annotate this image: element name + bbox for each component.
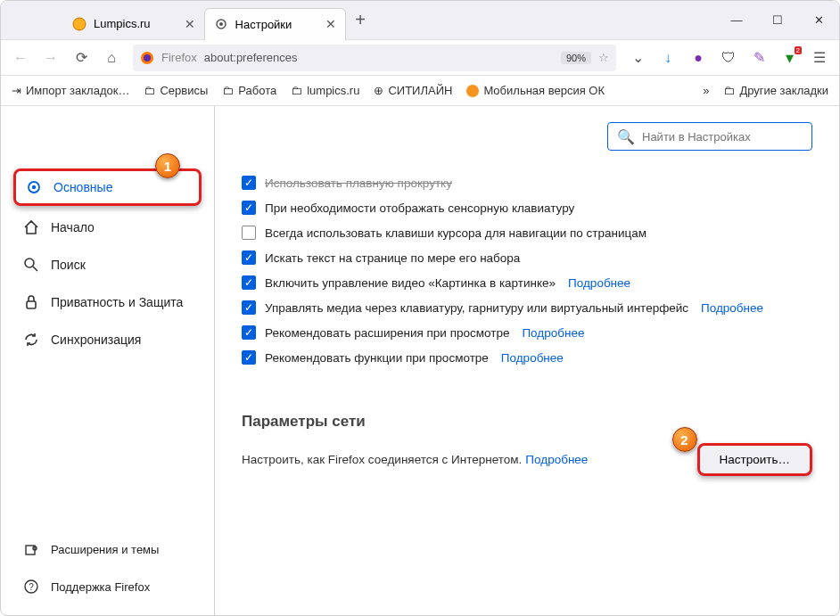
browsing-options: Использовать плавную прокрутку При необх… <box>242 176 812 365</box>
bm-other[interactable]: 🗀 Другие закладки <box>723 84 828 97</box>
svg-point-7 <box>25 259 34 267</box>
checkbox-icon[interactable] <box>242 176 256 190</box>
identity-label: Firefox <box>161 51 197 64</box>
search-icon <box>22 256 40 274</box>
svg-point-2 <box>219 22 223 26</box>
help-icon: ? <box>22 578 40 595</box>
close-icon[interactable]: ✕ <box>325 17 336 31</box>
svg-point-4 <box>144 54 151 62</box>
import-bookmarks[interactable]: ⇥ Импорт закладок… <box>12 84 129 97</box>
close-icon[interactable]: ✕ <box>185 17 195 31</box>
window-controls: ― ☐ ✕ <box>716 1 839 40</box>
checkbox-icon[interactable] <box>242 350 256 365</box>
maximize-button[interactable]: ☐ <box>757 1 798 40</box>
bm-folder[interactable]: 🗀 Сервисы <box>144 84 208 97</box>
bm-item[interactable]: ⊕ СИТИЛАЙН <box>374 84 452 97</box>
settings-search[interactable]: 🔍 <box>607 122 812 151</box>
url-bar[interactable]: Firefox about:preferences 90% ☆ <box>133 45 616 71</box>
close-window-button[interactable]: ✕ <box>798 1 839 40</box>
home-icon[interactable]: ⌂ <box>103 50 120 66</box>
sidebar-item-label: Начало <box>51 220 95 234</box>
sidebar-support[interactable]: ? Поддержка Firefox <box>13 571 202 603</box>
learn-more-link[interactable]: Подробнее <box>522 326 584 340</box>
bm-folder[interactable]: 🗀 Работа <box>222 84 276 97</box>
tab-label: Lumpics.ru <box>94 17 151 30</box>
search-icon: 🔍 <box>617 128 635 145</box>
reload-icon[interactable]: ⟳ <box>72 49 90 66</box>
learn-more-link[interactable]: Подробнее <box>568 276 630 290</box>
tab-settings[interactable]: Настройки ✕ <box>204 8 347 40</box>
puzzle-icon <box>22 540 40 558</box>
feather-icon[interactable]: ✎ <box>750 49 768 66</box>
content-area: Основные 1 Начало Поиск Приватность и За… <box>1 106 839 615</box>
learn-more-link[interactable]: Подробнее <box>501 351 564 365</box>
opt-caret-browsing[interactable]: Всегда использовать клавиши курсора для … <box>242 226 812 240</box>
network-heading: Параметры сети <box>242 413 812 431</box>
home-icon <box>22 218 40 236</box>
extension-icon[interactable]: ● <box>689 50 707 66</box>
bm-item[interactable]: Мобильная версия ОК <box>466 84 605 97</box>
firefox-icon <box>140 51 154 65</box>
opt-smooth-scroll[interactable]: Использовать плавную прокрутку <box>242 176 812 190</box>
settings-sidebar: Основные 1 Начало Поиск Приватность и За… <box>1 106 215 615</box>
opt-recommend-ext[interactable]: Рекомендовать расширения при просмотреПо… <box>242 325 812 340</box>
new-tab-button[interactable]: + <box>355 10 366 30</box>
checkbox-icon[interactable] <box>242 275 256 290</box>
shield-icon[interactable]: 🛡 <box>720 50 737 66</box>
checkbox-icon[interactable] <box>242 226 256 240</box>
sidebar-item-label: Синхронизация <box>51 333 141 347</box>
bookmarks-bar: ⇥ Импорт закладок… 🗀 Сервисы 🗀 Работа 🗀 … <box>1 76 839 106</box>
learn-more-link[interactable]: Подробнее <box>525 453 588 466</box>
sidebar-item-sync[interactable]: Синхронизация <box>13 324 202 356</box>
svg-rect-9 <box>27 301 36 308</box>
sidebar-item-label: Основные <box>54 180 112 194</box>
lock-icon <box>22 293 40 311</box>
pocket-icon[interactable]: ⌄ <box>629 49 646 66</box>
checkbox-icon[interactable] <box>242 201 256 215</box>
download-icon[interactable]: ↓ <box>659 50 677 66</box>
bm-folder[interactable]: 🗀 lumpics.ru <box>291 84 359 97</box>
search-input[interactable] <box>642 130 803 144</box>
opt-search-as-type[interactable]: Искать текст на странице по мере его наб… <box>242 251 812 265</box>
svg-line-8 <box>33 267 37 271</box>
sidebar-item-home[interactable]: Начало <box>13 211 202 243</box>
sidebar-item-label: Приватность и Защита <box>51 295 183 309</box>
tab-label: Настройки <box>235 18 292 31</box>
tab-strip: Lumpics.ru ✕ Настройки ✕ + ― ☐ ✕ <box>1 1 839 40</box>
network-settings-button[interactable]: Настроить… <box>697 443 812 476</box>
sidebar-extensions[interactable]: Расширения и темы <box>13 533 202 565</box>
forward-icon[interactable]: → <box>42 50 60 66</box>
gear-icon <box>214 17 228 31</box>
sidebar-item-search[interactable]: Поиск <box>13 249 202 281</box>
network-text: Настроить, как Firefox соединяется с Инт… <box>242 453 522 466</box>
sidebar-item-label: Поддержка Firefox <box>51 580 150 594</box>
gear-icon <box>25 178 43 196</box>
url-text: about:preferences <box>204 51 554 64</box>
bm-overflow[interactable]: » <box>703 84 709 97</box>
tab-lumpics[interactable]: Lumpics.ru ✕ <box>63 8 204 40</box>
annotation-marker-1: 1 <box>155 153 180 178</box>
opt-media-keys[interactable]: Управлять медиа через клавиатуру, гарнит… <box>242 300 812 315</box>
back-icon[interactable]: ← <box>12 50 29 66</box>
learn-more-link[interactable]: Подробнее <box>701 301 763 315</box>
sidebar-item-label: Поиск <box>51 258 86 272</box>
minimize-button[interactable]: ― <box>716 1 757 40</box>
star-icon[interactable]: ☆ <box>598 51 609 64</box>
svg-text:?: ? <box>29 582 34 592</box>
nav-toolbar: ← → ⟳ ⌂ Firefox about:preferences 90% ☆ … <box>1 40 839 76</box>
annotation-marker-2: 2 <box>672 427 697 452</box>
sync-icon <box>22 331 40 349</box>
sidebar-item-privacy[interactable]: Приватность и Защита <box>13 286 202 318</box>
checkbox-icon[interactable] <box>242 251 256 265</box>
opt-pip[interactable]: Включить управление видео «Картинка в ка… <box>242 275 812 290</box>
menu-icon[interactable]: ☰ <box>811 49 828 66</box>
zoom-badge[interactable]: 90% <box>561 52 591 64</box>
sidebar-item-label: Расширения и темы <box>51 543 159 556</box>
network-row: Настроить, как Firefox соединяется с Инт… <box>242 443 812 476</box>
savefrom-icon[interactable]: ▾2 <box>780 48 798 68</box>
checkbox-icon[interactable] <box>242 325 256 340</box>
opt-touch-keyboard[interactable]: При необходимости отображать сенсорную к… <box>242 201 812 215</box>
opt-recommend-feat[interactable]: Рекомендовать функции при просмотреПодро… <box>242 350 812 365</box>
settings-main: 🔍 Использовать плавную прокрутку При нео… <box>215 106 839 615</box>
checkbox-icon[interactable] <box>242 300 256 315</box>
